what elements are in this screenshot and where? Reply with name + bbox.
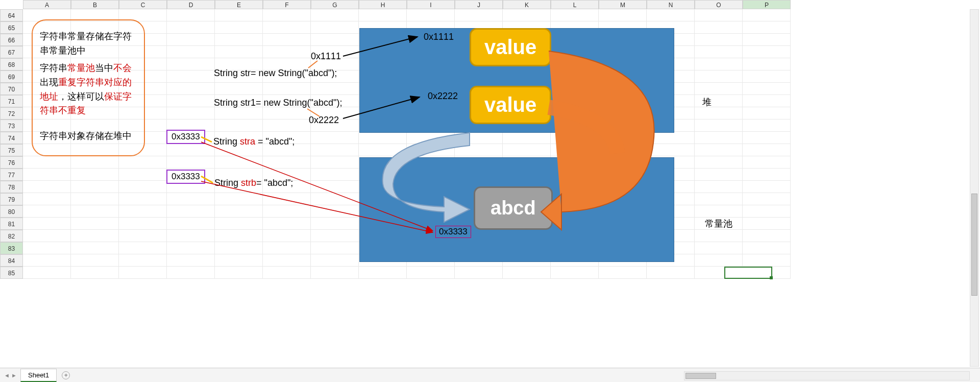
cell[interactable] <box>407 267 455 279</box>
cell[interactable] <box>599 9 647 21</box>
cell[interactable] <box>743 144 791 156</box>
cell[interactable] <box>71 267 119 279</box>
cell[interactable] <box>167 193 215 205</box>
cell[interactable] <box>167 83 215 95</box>
cell[interactable] <box>263 242 311 254</box>
cell[interactable] <box>311 242 359 254</box>
cell[interactable] <box>71 218 119 230</box>
cell[interactable] <box>263 120 311 132</box>
cell[interactable] <box>743 107 791 120</box>
cell[interactable] <box>71 230 119 242</box>
cell[interactable] <box>743 21 791 34</box>
col-header[interactable]: N <box>647 0 695 9</box>
cell[interactable] <box>215 156 263 169</box>
row-header[interactable]: 73 <box>0 120 23 132</box>
cell[interactable] <box>551 267 599 279</box>
cell[interactable] <box>71 181 119 193</box>
cell[interactable] <box>263 21 311 34</box>
cell[interactable] <box>647 144 695 156</box>
col-header[interactable]: K <box>503 0 551 9</box>
cell[interactable] <box>167 267 215 279</box>
cell[interactable] <box>71 205 119 218</box>
row-header[interactable]: 79 <box>0 193 23 205</box>
cell[interactable] <box>23 230 71 242</box>
col-header[interactable]: A <box>23 0 71 9</box>
cell[interactable] <box>743 230 791 242</box>
cell[interactable] <box>311 193 359 205</box>
cell[interactable] <box>167 21 215 34</box>
cell[interactable] <box>599 132 647 144</box>
cell[interactable] <box>263 34 311 46</box>
cell[interactable] <box>695 21 743 34</box>
cell[interactable] <box>167 107 215 120</box>
cell[interactable] <box>263 254 311 267</box>
cell[interactable] <box>551 9 599 21</box>
cell[interactable] <box>71 242 119 254</box>
row-header[interactable]: 83 <box>0 242 23 254</box>
selected-cell[interactable] <box>724 267 772 279</box>
col-header[interactable]: O <box>695 0 743 9</box>
col-header[interactable]: B <box>71 0 119 9</box>
cell[interactable] <box>311 34 359 46</box>
cell[interactable] <box>263 46 311 58</box>
cell[interactable] <box>743 193 791 205</box>
cell[interactable] <box>311 144 359 156</box>
cell[interactable] <box>743 242 791 254</box>
cell[interactable] <box>71 169 119 181</box>
cell[interactable] <box>167 46 215 58</box>
cell[interactable] <box>311 132 359 144</box>
cell[interactable] <box>311 21 359 34</box>
cell[interactable] <box>119 218 167 230</box>
row-header[interactable]: 75 <box>0 144 23 156</box>
cell[interactable] <box>695 58 743 70</box>
cell[interactable] <box>551 144 599 156</box>
cell[interactable] <box>743 58 791 70</box>
row-header[interactable]: 72 <box>0 107 23 120</box>
col-header[interactable]: H <box>359 0 407 9</box>
cell[interactable] <box>215 242 263 254</box>
cell[interactable] <box>695 120 743 132</box>
cell[interactable] <box>359 144 407 156</box>
hscroll-thumb[interactable] <box>685 373 716 379</box>
cell[interactable] <box>743 132 791 144</box>
cell[interactable] <box>23 193 71 205</box>
cell[interactable] <box>263 9 311 21</box>
cell[interactable] <box>23 267 71 279</box>
cell[interactable] <box>119 156 167 169</box>
cell[interactable] <box>215 83 263 95</box>
cell[interactable] <box>71 193 119 205</box>
cell[interactable] <box>263 193 311 205</box>
row-header[interactable]: 70 <box>0 83 23 95</box>
cell[interactable] <box>551 132 599 144</box>
cell[interactable] <box>311 83 359 95</box>
cell[interactable] <box>167 58 215 70</box>
cell[interactable] <box>695 46 743 58</box>
cell[interactable] <box>23 218 71 230</box>
col-header[interactable]: E <box>215 0 263 9</box>
cell[interactable] <box>695 144 743 156</box>
cell[interactable] <box>167 218 215 230</box>
cell[interactable] <box>311 156 359 169</box>
cell[interactable] <box>647 132 695 144</box>
cell[interactable] <box>695 254 743 267</box>
col-header[interactable]: M <box>599 0 647 9</box>
cell[interactable] <box>263 218 311 230</box>
cell[interactable] <box>215 267 263 279</box>
cell[interactable] <box>167 205 215 218</box>
cell[interactable] <box>263 205 311 218</box>
cell[interactable] <box>119 205 167 218</box>
row-header[interactable]: 84 <box>0 254 23 267</box>
cell[interactable] <box>311 169 359 181</box>
cell[interactable] <box>647 9 695 21</box>
cell[interactable] <box>455 267 503 279</box>
cell[interactable] <box>455 9 503 21</box>
row-header[interactable]: 77 <box>0 169 23 181</box>
row-header[interactable]: 82 <box>0 230 23 242</box>
cell[interactable] <box>695 132 743 144</box>
cell[interactable] <box>215 205 263 218</box>
cell[interactable] <box>215 46 263 58</box>
cell[interactable] <box>23 156 71 169</box>
cell[interactable] <box>215 254 263 267</box>
cell[interactable] <box>167 242 215 254</box>
cell[interactable] <box>263 230 311 242</box>
